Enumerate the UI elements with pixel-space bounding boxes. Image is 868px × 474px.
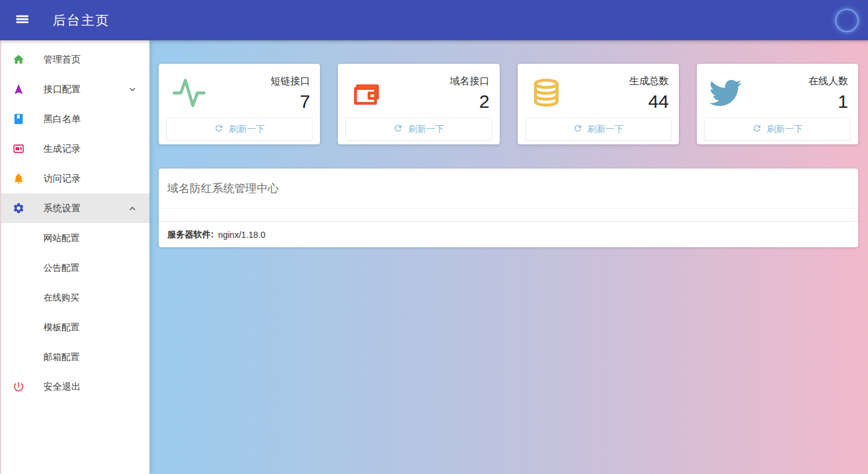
sidebar-item-logout[interactable]: 安全退出 [1, 372, 149, 402]
refresh-icon [752, 123, 762, 135]
main-content: 短链接口 7 刷新一下 域名接口 [149, 40, 868, 474]
stat-title: 域名接口 [450, 75, 490, 88]
refresh-label: 刷新一下 [408, 123, 444, 135]
chevron-up-icon [128, 204, 137, 213]
layout-icon [12, 143, 25, 155]
refresh-label: 刷新一下 [588, 123, 624, 135]
panel-title: 域名防红系统管理中心 [159, 169, 858, 208]
page: 后台主页 管理首页 接口配置 黑白名单 [0, 0, 868, 474]
home-icon [12, 53, 25, 66]
gear-icon [12, 202, 25, 214]
sidebar-item-api-config[interactable]: 接口配置 [1, 74, 149, 104]
stat-card-generated-total: 生成总数 44 刷新一下 [518, 64, 679, 144]
power-icon [12, 380, 25, 393]
top-navbar: 后台主页 [0, 0, 868, 40]
server-info-row: 服务器软件: nginx/1.18.0 [159, 222, 858, 247]
database-icon [530, 74, 566, 112]
sidebar-item-generate-records[interactable]: 生成记录 [1, 134, 149, 164]
pulse-icon [171, 74, 207, 112]
chevron-down-icon [128, 85, 137, 94]
page-title: 后台主页 [53, 12, 110, 29]
twitter-icon [709, 74, 745, 112]
wallet-icon [350, 74, 386, 112]
sidebar-item-admin-home[interactable]: 管理首页 [1, 45, 149, 74]
stat-cards-row: 短链接口 7 刷新一下 域名接口 [159, 64, 858, 144]
refresh-button[interactable]: 刷新一下 [525, 118, 671, 141]
sidebar-item-system-settings[interactable]: 系统设置 [1, 193, 149, 223]
sidebar-subitem-online-purchase[interactable]: 在线购买 [1, 283, 149, 312]
stat-card-online-users: 在线人数 1 刷新一下 [697, 64, 858, 144]
sidebar-item-label: 管理首页 [43, 54, 81, 66]
refresh-icon [214, 123, 224, 135]
refresh-icon [573, 123, 583, 135]
refresh-button[interactable]: 刷新一下 [345, 118, 492, 141]
sidebar-item-blacklist[interactable]: 黑白名单 [1, 104, 149, 134]
sidebar-subitem-template-config[interactable]: 模板配置 [1, 312, 149, 342]
stat-value: 1 [808, 91, 848, 112]
bell-icon [12, 172, 25, 185]
sidebar-item-label: 黑白名单 [43, 113, 81, 125]
refresh-button[interactable]: 刷新一下 [166, 118, 312, 141]
sidebar-subitem-mail-config[interactable]: 邮箱配置 [1, 342, 149, 372]
sidebar-item-label: 安全退出 [43, 381, 81, 393]
hamburger-menu-icon [14, 11, 30, 29]
refresh-icon [393, 123, 403, 135]
stat-value: 44 [629, 91, 669, 112]
refresh-label: 刷新一下 [229, 123, 265, 135]
sidebar-subitem-announcement-config[interactable]: 公告配置 [1, 253, 149, 283]
book-icon [12, 113, 25, 125]
refresh-label: 刷新一下 [767, 123, 803, 135]
sidebar-item-access-records[interactable]: 访问记录 [1, 164, 149, 193]
sidebar-item-label: 接口配置 [43, 84, 81, 95]
navigation-icon [12, 83, 25, 95]
stat-card-shortlink-api: 短链接口 7 刷新一下 [159, 64, 320, 144]
stat-value: 7 [270, 91, 310, 112]
sidebar: 管理首页 接口配置 黑白名单 生成记录 [1, 40, 149, 474]
stat-title: 生成总数 [629, 75, 669, 88]
sidebar-subitem-website-config[interactable]: 网站配置 [1, 223, 149, 253]
stat-title: 短链接口 [270, 75, 310, 88]
stat-title: 在线人数 [808, 75, 848, 88]
server-software-label: 服务器软件: [167, 229, 214, 240]
stat-card-domain-api: 域名接口 2 刷新一下 [338, 64, 499, 144]
server-software-value: nginx/1.18.0 [218, 230, 265, 240]
sidebar-item-label: 系统设置 [43, 203, 81, 214]
menu-toggle-button[interactable] [13, 11, 32, 30]
panel-divider-strip [159, 208, 858, 222]
system-info-panel: 域名防红系统管理中心 服务器软件: nginx/1.18.0 [159, 169, 858, 247]
sidebar-item-label: 生成记录 [43, 143, 81, 155]
sidebar-item-label: 访问记录 [43, 173, 81, 185]
refresh-button[interactable]: 刷新一下 [704, 118, 851, 141]
stat-value: 2 [450, 91, 490, 112]
avatar[interactable] [835, 9, 859, 32]
